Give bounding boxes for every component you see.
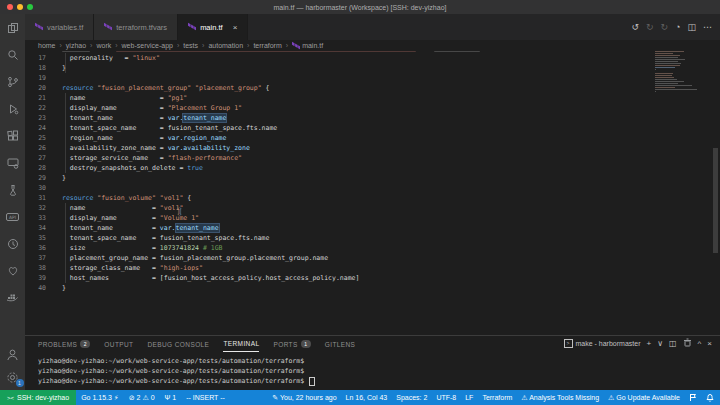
terminal-selector[interactable]: > make - harbormaster [564,339,641,348]
status-item-language-mode[interactable]: Terraform [482,390,512,405]
code-line-21[interactable]: 21 name = "pg1" [25,93,480,103]
panel-tab-debug-console[interactable]: DEBUG CONSOLE [147,337,209,352]
line-content: tenant_space_name = fusion_tenant_space.… [62,124,277,132]
code-line-36[interactable]: 36 size = 1073741824 # 1GB [25,243,480,253]
line-content: } [62,284,66,292]
api-icon[interactable]: API [5,210,21,224]
status-item-encoding[interactable]: UTF-8 [436,390,456,405]
status-item-go-version[interactable]: Go 1.15.3 ⚡ [76,390,124,405]
code-line-19[interactable]: 19 [25,73,480,83]
breadcrumb[interactable]: home›yizhao›work›web-service-app›tests›a… [25,40,720,51]
code-line-31[interactable]: 31resource "fusion_volume" "vol1" { [25,193,480,203]
settings-gear-icon[interactable]: 1 [5,370,21,384]
nav-forward-icon[interactable]: ↻ [646,23,654,32]
testing-icon[interactable] [5,183,21,197]
breadcrumb-item-main.tf[interactable]: main.tf [292,41,323,51]
code-line-23[interactable]: 23 tenant_name = var.tenant_name [25,113,480,123]
code-line-17[interactable]: 17 personality = "linux" [25,53,480,63]
code-line-26[interactable]: 26 availability_zone_name = var.availabi… [25,143,480,153]
line-number: 38 [25,263,46,273]
line-content: host_names = [fusion_host_access_policy.… [62,274,359,282]
breadcrumb-item-web-service-app[interactable]: web-service-app [122,42,173,49]
run-debug-icon[interactable] [5,102,21,116]
close-panel-icon[interactable]: × [707,340,712,348]
panel-tab-ports[interactable]: PORTS1 [273,337,310,352]
status-item-feedback-icon[interactable] [689,390,697,405]
accounts-icon[interactable] [5,347,21,361]
code-line-38[interactable]: 38 storage_class_name = "high-iops" [25,263,480,273]
code-line-24[interactable]: 24 tenant_space_name = fusion_tenant_spa… [25,123,480,133]
breadcrumb-item-work[interactable]: work [96,42,111,49]
zoom-window-icon[interactable] [27,4,33,10]
extensions-icon[interactable] [5,129,21,143]
code-line-32[interactable]: 32 name = "vol1" [25,203,480,213]
split-terminal-icon[interactable]: ◫ [669,340,677,348]
tab-variables-tf[interactable]: variables.tf [25,14,94,40]
status-item-go-update-warning[interactable]: ⚠ Go Update Available [608,390,680,405]
status-item-cursor-position[interactable]: Ln 16, Col 43 [346,390,388,405]
time-icon[interactable] [5,237,21,251]
breadcrumb-item-automation[interactable]: automation [208,42,243,49]
status-item-analysis-tools-warning[interactable]: ⚠ Analysis Tools Missing [521,390,599,405]
code-line-18[interactable]: 18} [25,63,480,73]
panel-tab-badge: 1 [301,340,311,348]
more-actions-icon[interactable]: ⋯ [703,23,712,32]
window-controls[interactable] [7,4,33,10]
code-line-25[interactable]: 25 region_name = var.region_name [25,133,480,143]
editor-scrollbar[interactable] [713,148,718,253]
code-line-29[interactable]: 29} [25,173,480,183]
breadcrumb-item-home[interactable]: home [38,42,56,49]
line-content: storage_class_name = "high-iops" [62,264,203,272]
close-tab-icon[interactable]: × [233,23,238,32]
status-item-vim-mode[interactable]: -- INSERT -- [181,390,230,405]
minimize-window-icon[interactable] [17,4,23,10]
new-terminal-icon[interactable]: + [646,340,651,348]
line-number: 26 [25,143,46,153]
code-line-33[interactable]: 33 display_name = "Volume 1" [25,213,480,223]
tab-label: terraform.tfvars [116,23,167,32]
history-icon[interactable]: ↻ [661,23,669,32]
status-item-eol-sequence[interactable]: LF [465,390,473,405]
code-line-20[interactable]: 20resource "fusion_placement_group" "pla… [25,83,480,93]
code-line-39[interactable]: 39 host_names = [fusion_host_access_poli… [25,273,480,283]
breadcrumb-item-yizhao[interactable]: yizhao [66,42,86,49]
maximize-panel-icon[interactable]: ^ [698,340,702,348]
tab-terraform-tfvars[interactable]: terraform.tfvars [94,14,178,40]
code-line-35[interactable]: 35 tenant_space_name = fusion_tenant_spa… [25,233,480,243]
kill-terminal-icon[interactable] [683,338,692,349]
terminal-output[interactable]: yizhao@dev-yizhao:~/work/web-service-app… [25,356,315,386]
status-item-pending-changes[interactable]: Ψ 1 [160,390,182,405]
run-task-icon[interactable]: ◔ [675,23,680,32]
source-control-icon[interactable] [5,75,21,89]
code-line-40[interactable]: 40} [25,283,480,293]
panel-tab-terminal[interactable]: TERMINAL [223,336,259,352]
search-icon[interactable] [5,48,21,62]
status-item-remote-indicator[interactable]: ><SSH: dev-yizhao [0,390,76,405]
status-item-gitlens-blame[interactable]: ✎ You, 22 hours ago [272,390,336,405]
code-area: 1617 personality = "linux"18}1920resourc… [25,43,480,293]
code-line-30[interactable]: 30 [25,183,480,193]
close-window-icon[interactable] [7,4,13,10]
code-line-34[interactable]: 34 tenant_name = var.tenant_name [25,223,480,233]
terminal-profile-dropdown-icon[interactable]: ∨ [657,340,663,348]
panel-tab-problems[interactable]: PROBLEMS2 [38,337,90,352]
favorites-icon[interactable] [5,264,21,278]
code-line-37[interactable]: 37 placement_group_name = fusion_placeme… [25,253,480,263]
docker-icon[interactable] [5,291,21,305]
panel-tab-gitlens[interactable]: GITLENS [325,337,356,352]
code-line-27[interactable]: 27 storage_service_name = "flash-perform… [25,153,480,163]
tab-main-tf[interactable]: main.tf × [178,14,248,40]
explorer-icon[interactable] [5,21,21,35]
code-line-22[interactable]: 22 display_name = "Placement Group 1" [25,103,480,113]
status-item-notifications-bell-icon[interactable] [706,390,714,405]
code-editor[interactable]: 1617 personality = "linux"18}1920resourc… [25,40,720,335]
breadcrumb-item-terraform[interactable]: terraform [253,42,281,49]
remote-explorer-icon[interactable] [5,156,21,170]
status-item-problems-summary[interactable]: ⊘ 2 ⚠ 0 [124,390,160,405]
status-item-indentation[interactable]: Spaces: 2 [396,390,427,405]
code-line-28[interactable]: 28 destroy_snapshots_on_delete = true [25,163,480,173]
panel-tab-output[interactable]: OUTPUT [104,337,133,352]
nav-back-icon[interactable]: ↺ [631,23,639,32]
breadcrumb-item-tests[interactable]: tests [183,42,198,49]
split-editor-icon[interactable]: ◫ [687,23,696,32]
